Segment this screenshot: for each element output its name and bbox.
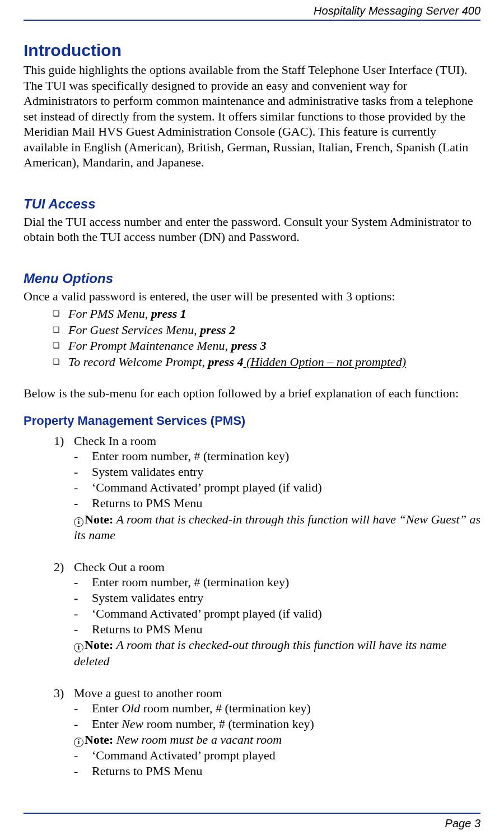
note: iNote: A room that is checked-out throug… [54, 637, 480, 669]
menu-option: To record Welcome Prompt, press 4 (Hidde… [53, 354, 480, 370]
menu-prefix: For Guest Services Menu, [68, 323, 200, 337]
step: -Enter room number, # (termination key) [74, 448, 480, 464]
step-list: -Enter room number, # (termination key) … [54, 448, 480, 512]
info-icon: i [74, 517, 83, 527]
menu-option: For PMS Menu, press 1 [53, 306, 480, 322]
item-number: 2) [54, 560, 74, 574]
menu-action: press 1 [151, 307, 186, 321]
pms-item-checkin: 1) Check In a room -Enter room number, #… [54, 434, 480, 543]
step: -‘Command Activated’ prompt played (if v… [74, 480, 480, 495]
menu-action: press 2 [200, 323, 235, 337]
paragraph-menu-intro: Once a valid password is entered, the us… [24, 289, 480, 304]
pms-item-move: 3) Move a guest to another room -Enter O… [54, 686, 480, 780]
step: -Enter New room number, # (termination k… [74, 716, 480, 732]
heading-menu-options: Menu Options [24, 271, 480, 286]
note-text: A room that is checked-in through this f… [74, 512, 480, 542]
step: -‘Command Activated’ prompt played [74, 748, 480, 763]
step: -Enter room number, # (termination key) [74, 574, 480, 590]
note: iNote: A room that is checked-in through… [54, 512, 480, 543]
menu-option: For Guest Services Menu, press 2 [53, 322, 480, 339]
paragraph-below: Below is the sub-menu for each option fo… [24, 386, 480, 401]
item-number: 3) [54, 686, 74, 701]
note-text: A room that is checked-out through this … [74, 638, 446, 668]
menu-options-list: For PMS Menu, press 1 For Guest Services… [24, 306, 480, 370]
page-header: Hospitality Messaging Server 400 [24, 0, 480, 21]
step: -System validates entry [74, 590, 480, 606]
menu-prefix: For Prompt Maintenance Menu, [68, 339, 231, 353]
menu-prefix: To record Welcome Prompt, [68, 355, 208, 369]
item-title: Move a guest to another room [74, 686, 222, 701]
menu-prefix: For PMS Menu, [68, 307, 151, 321]
item-title: Check Out a room [74, 560, 165, 574]
step: -‘Command Activated’ prompt played (if v… [74, 606, 480, 622]
menu-suffix: (Hidden Option – not prompted) [243, 355, 406, 369]
step-list: -Enter room number, # (termination key) … [54, 574, 480, 638]
step: -Returns to PMS Menu [74, 622, 480, 637]
page-footer: Page 3 [24, 813, 480, 830]
note-label: Note: [85, 512, 113, 526]
page-number: Page 3 [445, 817, 480, 829]
step-list: -‘Command Activated’ prompt played -Retu… [54, 748, 480, 779]
step-list: -Enter Old room number, # (termination k… [54, 701, 480, 732]
header-title: Hospitality Messaging Server 400 [314, 4, 480, 17]
info-icon: i [74, 738, 83, 747]
note-label: Note: [85, 638, 113, 652]
item-title: Check In a room [74, 434, 156, 448]
info-icon: i [74, 643, 83, 652]
paragraph-tui-access: Dial the TUI access number and enter the… [24, 214, 480, 245]
step: -Enter Old room number, # (termination k… [74, 701, 480, 716]
heading-introduction: Introduction [24, 41, 480, 60]
pms-list: 1) Check In a room -Enter room number, #… [24, 434, 480, 780]
menu-option: For Prompt Maintenance Menu, press 3 [53, 338, 480, 354]
note: iNote: New room must be a vacant room [54, 732, 480, 748]
heading-tui-access: TUI Access [24, 196, 480, 212]
step: -Returns to PMS Menu [74, 495, 480, 511]
heading-pms: Property Management Services (PMS) [24, 414, 480, 428]
note-label: Note: [85, 733, 113, 747]
page-content: Introduction This guide highlights the o… [24, 21, 480, 780]
menu-action: press 3 [231, 339, 267, 353]
item-number: 1) [54, 434, 74, 448]
paragraph-intro: This guide highlights the options availa… [24, 62, 480, 170]
pms-item-checkout: 2) Check Out a room -Enter room number, … [54, 560, 480, 669]
step: -Returns to PMS Menu [74, 763, 480, 779]
step: -System validates entry [74, 464, 480, 480]
menu-action: press 4 [208, 355, 244, 369]
note-text: New room must be a vacant room [113, 733, 282, 747]
